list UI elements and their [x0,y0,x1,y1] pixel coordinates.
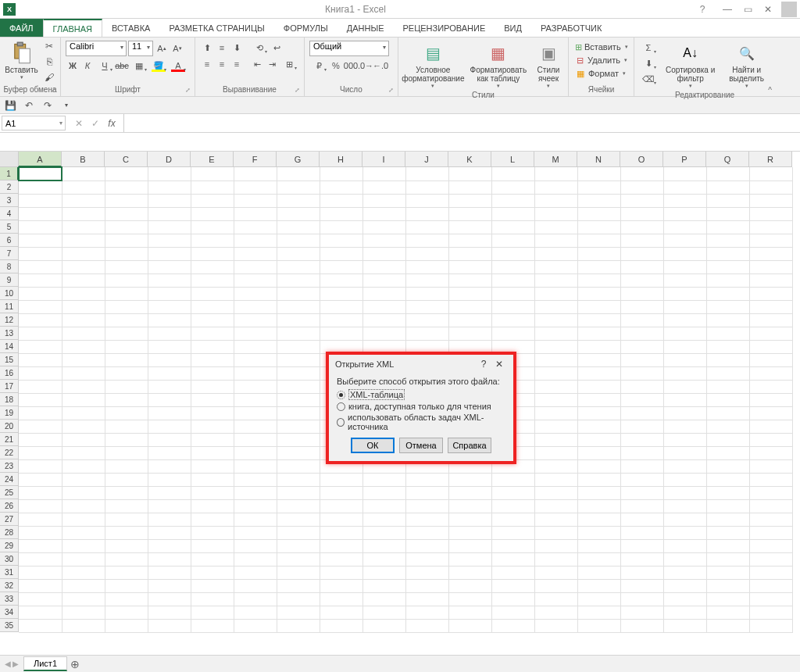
cell[interactable] [749,380,792,393]
cell[interactable] [534,207,577,220]
cell[interactable] [148,313,191,327]
cell[interactable] [320,539,362,552]
cell[interactable] [105,287,148,300]
cell[interactable] [405,167,448,181]
cell[interactable] [405,473,448,486]
cell[interactable] [663,300,706,313]
cell[interactable] [749,393,792,406]
cell[interactable] [277,273,320,287]
cell[interactable] [405,499,448,513]
cell[interactable] [663,433,706,446]
row-header[interactable]: 3 [0,194,19,207]
sheet-tab[interactable]: Лист1 [23,656,67,671]
cell[interactable] [277,446,320,459]
select-all-corner[interactable] [0,152,19,167]
cell[interactable] [706,499,749,513]
cell[interactable] [191,340,234,353]
cell[interactable] [148,513,191,526]
cell[interactable] [19,313,62,327]
cell[interactable] [405,566,448,579]
cell[interactable] [62,606,105,619]
cell[interactable] [534,234,577,247]
cell[interactable] [577,260,620,273]
cell[interactable] [234,606,277,619]
cell[interactable] [62,340,105,353]
cell[interactable] [277,606,320,619]
cell[interactable] [148,380,191,393]
column-header[interactable]: O [620,152,663,167]
cell[interactable] [491,579,534,592]
cell[interactable] [749,300,792,313]
cell[interactable] [105,433,148,446]
decrease-decimal-button[interactable]: ←.0 [373,59,388,73]
cell[interactable] [105,220,148,234]
cell[interactable] [19,207,62,220]
cell[interactable] [277,353,320,366]
cell[interactable] [19,300,62,313]
cell[interactable] [362,513,405,526]
cell[interactable] [749,486,792,499]
insert-function-button[interactable]: fx [105,118,119,129]
cell[interactable] [62,300,105,313]
autosum-button[interactable]: Σ [639,41,658,55]
cell[interactable] [706,420,749,433]
row-header[interactable]: 9 [0,273,19,287]
cell[interactable] [577,181,620,194]
cell[interactable] [277,526,320,539]
format-as-table-button[interactable]: ▦ Форматировать как таблицу ▾ [466,39,530,91]
cell[interactable] [448,167,491,181]
cell[interactable] [706,566,749,579]
cell[interactable] [105,260,148,273]
cell[interactable] [749,499,792,513]
cell[interactable] [405,260,448,273]
cell[interactable] [105,194,148,207]
cell[interactable] [19,552,62,566]
cell[interactable] [19,340,62,353]
cell[interactable] [534,592,577,606]
cell[interactable] [620,313,663,327]
cell[interactable] [105,340,148,353]
column-header[interactable]: R [749,152,792,167]
cell[interactable] [663,459,706,473]
row-header[interactable]: 20 [0,420,19,433]
cell[interactable] [491,313,534,327]
cell[interactable] [105,486,148,499]
cell[interactable] [105,566,148,579]
cell[interactable] [706,353,749,366]
cell[interactable] [148,526,191,539]
cell[interactable] [277,539,320,552]
cell[interactable] [19,167,62,181]
column-header[interactable]: J [405,152,448,167]
cell[interactable] [320,592,362,606]
add-sheet-button[interactable]: ⊕ [67,658,83,670]
cell[interactable] [362,526,405,539]
row-header[interactable]: 6 [0,234,19,247]
cell[interactable] [320,181,362,194]
cell[interactable] [706,592,749,606]
cell[interactable] [148,579,191,592]
cell[interactable] [749,473,792,486]
cell[interactable] [620,366,663,380]
cell[interactable] [448,539,491,552]
cell[interactable] [105,459,148,473]
cell[interactable] [620,579,663,592]
cell[interactable] [362,220,405,234]
cell[interactable] [620,393,663,406]
cell[interactable] [491,606,534,619]
row-header[interactable]: 18 [0,393,19,406]
cell[interactable] [191,420,234,433]
underline-button[interactable]: Ч [95,59,114,73]
cell[interactable] [148,459,191,473]
cell[interactable] [234,539,277,552]
cell[interactable] [148,539,191,552]
cell[interactable] [749,606,792,619]
cell[interactable] [534,433,577,446]
cell[interactable] [405,300,448,313]
cell[interactable] [19,526,62,539]
find-select-button[interactable]: 🔍 Найти и выделить ▾ [721,39,772,91]
cell[interactable] [19,446,62,459]
cell[interactable] [534,606,577,619]
cell[interactable] [105,327,148,340]
cell[interactable] [663,313,706,327]
cell[interactable] [234,393,277,406]
